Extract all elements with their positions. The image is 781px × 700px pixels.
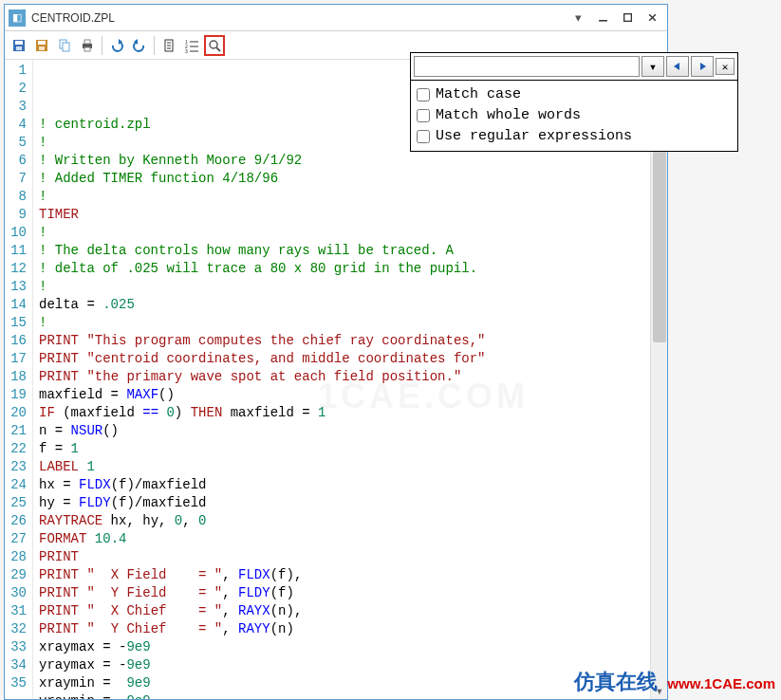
vertical-scrollbar[interactable]: ▲ ▼ xyxy=(650,60,667,699)
match-case-option[interactable]: Match case xyxy=(417,84,732,105)
regex-option[interactable]: Use regular expressions xyxy=(417,126,732,147)
line-number: 35 xyxy=(5,674,27,692)
code-line[interactable]: xraymin = 9e9 xyxy=(39,674,650,692)
line-number: 5 xyxy=(5,134,27,152)
line-number: 29 xyxy=(5,566,27,584)
regex-checkbox[interactable] xyxy=(417,130,430,143)
line-number: 4 xyxy=(5,116,27,134)
line-number: 26 xyxy=(5,512,27,530)
line-number: 23 xyxy=(5,458,27,476)
line-number: 18 xyxy=(5,368,27,386)
redo-button[interactable] xyxy=(129,35,150,56)
line-number: 1 xyxy=(5,62,27,80)
line-number: 12 xyxy=(5,260,27,278)
svg-rect-1 xyxy=(623,14,631,22)
line-number: 25 xyxy=(5,494,27,512)
code-line[interactable]: ! The delta controls how many rays will … xyxy=(39,242,650,260)
code-line[interactable]: PRINT "the primary wave spot at each fie… xyxy=(39,368,650,386)
find-prev-button[interactable] xyxy=(666,56,689,77)
code-line[interactable]: IF (maxfield == 0) THEN maxfield = 1 xyxy=(39,404,650,422)
svg-point-27 xyxy=(210,41,217,48)
search-input[interactable] xyxy=(414,56,640,77)
line-number: 6 xyxy=(5,152,27,170)
search-history-dropdown[interactable]: ▾ xyxy=(642,56,664,77)
undo-button[interactable] xyxy=(106,35,127,56)
document-view-button[interactable] xyxy=(158,35,179,56)
code-line[interactable]: LABEL 1 xyxy=(39,458,650,476)
print-button[interactable] xyxy=(77,35,98,56)
line-number: 30 xyxy=(5,584,27,602)
line-number: 14 xyxy=(5,296,27,314)
code-line[interactable]: ! xyxy=(39,278,650,296)
line-number: 19 xyxy=(5,386,27,404)
code-line[interactable]: xraymax = -9e9 xyxy=(39,638,650,656)
code-line[interactable]: ! xyxy=(39,188,650,206)
code-line[interactable]: PRINT "This program computes the chief r… xyxy=(39,332,650,350)
minimize-button[interactable] xyxy=(591,9,614,28)
code-line[interactable]: yraymin = 9e9 xyxy=(39,692,650,699)
code-line[interactable]: ! xyxy=(39,224,650,242)
svg-text:3: 3 xyxy=(185,48,188,53)
code-line[interactable]: hx = FLDX(f)/maxfield xyxy=(39,476,650,494)
code-line[interactable]: delta = .025 xyxy=(39,296,650,314)
code-content[interactable]: 1CAE.COM ! centroid.zpl!! Written by Ken… xyxy=(33,60,650,699)
line-number: 32 xyxy=(5,620,27,638)
svg-rect-9 xyxy=(39,46,45,50)
code-line[interactable]: PRINT "centroid coordinates, and middle … xyxy=(39,350,650,368)
code-line[interactable]: ! delta of .025 will trace a 80 x 80 gri… xyxy=(39,260,650,278)
line-number: 13 xyxy=(5,278,27,296)
line-number: 28 xyxy=(5,548,27,566)
close-button[interactable] xyxy=(641,9,663,28)
dropdown-window-button[interactable]: ▾ xyxy=(567,9,589,28)
code-line[interactable]: PRINT " Y Chief = ", RAYY(n) xyxy=(39,620,650,638)
code-line[interactable]: n = NSUR() xyxy=(39,422,650,440)
code-line[interactable]: ! Written by Kenneth Moore 9/1/92 xyxy=(39,152,650,170)
window-title: CENTROID.ZPL xyxy=(31,11,567,25)
code-line[interactable]: ! xyxy=(39,314,650,332)
line-number: 15 xyxy=(5,314,27,332)
svg-rect-11 xyxy=(63,43,69,51)
copy-button[interactable] xyxy=(54,35,75,56)
line-number: 3 xyxy=(5,98,27,116)
line-numbers-button[interactable]: 123 xyxy=(181,35,202,56)
line-number: 10 xyxy=(5,224,27,242)
match-case-checkbox[interactable] xyxy=(417,88,430,101)
find-button[interactable] xyxy=(204,35,225,56)
maximize-button[interactable] xyxy=(616,9,639,28)
svg-rect-14 xyxy=(84,47,90,51)
code-line[interactable]: PRINT " Y Field = ", FLDY(f) xyxy=(39,584,650,602)
svg-marker-29 xyxy=(674,63,679,70)
code-line[interactable]: PRINT " X Chief = ", RAYX(n), xyxy=(39,602,650,620)
code-line[interactable]: maxfield = MAXF() xyxy=(39,386,650,404)
app-icon: ◧ xyxy=(9,9,26,27)
line-number: 21 xyxy=(5,422,27,440)
code-line[interactable]: yraymax = -9e9 xyxy=(39,656,650,674)
line-number: 27 xyxy=(5,530,27,548)
find-next-button[interactable] xyxy=(691,56,714,77)
code-line[interactable]: FORMAT 10.4 xyxy=(39,530,650,548)
search-close-button[interactable]: ✕ xyxy=(716,58,735,75)
line-number: 24 xyxy=(5,476,27,494)
save-as-button[interactable] xyxy=(31,35,52,56)
code-line[interactable]: TIMER xyxy=(39,206,650,224)
whole-words-option[interactable]: Match whole words xyxy=(417,105,732,126)
footer-url-text: www.1CAE.com xyxy=(667,675,775,691)
whole-words-label: Match whole words xyxy=(436,105,581,126)
code-line[interactable]: ! Added TIMER function 4/18/96 xyxy=(39,170,650,188)
code-line[interactable]: RAYTRACE hx, hy, 0, 0 xyxy=(39,512,650,530)
save-button[interactable] xyxy=(9,35,29,56)
code-line[interactable]: PRINT " X Field = ", FLDX(f), xyxy=(39,566,650,584)
code-line[interactable]: f = 1 xyxy=(39,440,650,458)
match-case-label: Match case xyxy=(436,84,521,105)
line-number-gutter: 1234567891011121314151617181920212223242… xyxy=(5,60,33,699)
line-number: 33 xyxy=(5,638,27,656)
code-line[interactable]: PRINT xyxy=(39,548,650,566)
line-number: 2 xyxy=(5,80,27,98)
whole-words-checkbox[interactable] xyxy=(417,109,430,122)
footer-cn-text: 仿真在线 xyxy=(574,668,658,696)
code-line[interactable]: hy = FLDY(f)/maxfield xyxy=(39,494,650,512)
regex-label: Use regular expressions xyxy=(436,126,632,147)
line-number: 8 xyxy=(5,188,27,206)
titlebar: ◧ CENTROID.ZPL ▾ xyxy=(5,5,667,31)
search-panel: ▾ ✕ Match case Match whole words Use reg… xyxy=(410,52,738,152)
